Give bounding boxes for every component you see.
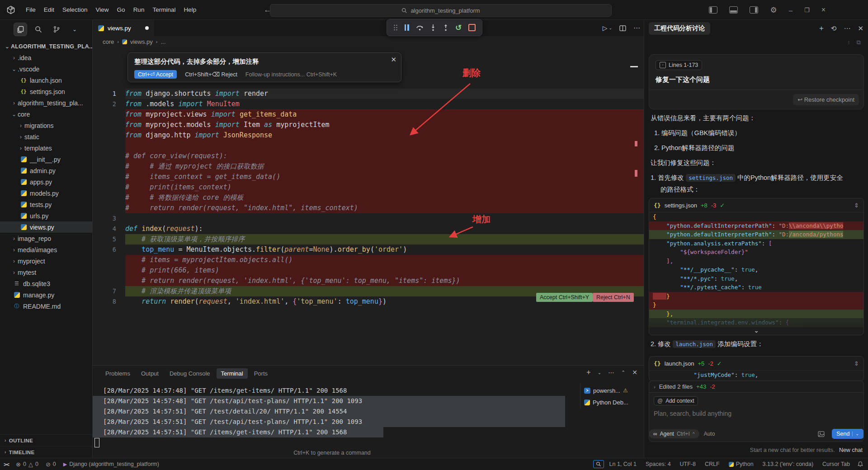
panel-tab-problems[interactable]: Problems — [101, 368, 135, 379]
command-center-search[interactable]: algorithm_testing_platform — [270, 4, 612, 17]
code-line-6[interactable]: 6 top_menu = MenuItem.objects.filter(par… — [93, 244, 644, 255]
tree-file-views.py[interactable]: views.py — [0, 221, 92, 233]
code-line-diff[interactable] — [93, 141, 644, 151]
code-line-diff[interactable]: # print(items_context) — [93, 182, 644, 193]
run-config[interactable]: ▶ Django (algorithm_testing_platform) — [60, 458, 163, 470]
notifications-bell-icon[interactable] — [857, 461, 863, 467]
new-chat-link[interactable]: New chat — [839, 447, 863, 453]
panel-tab-terminal[interactable]: Terminal — [217, 368, 248, 379]
add-context-chip[interactable]: @Add context — [654, 396, 698, 405]
agent-mode-selector[interactable]: ∞ Agent Ctrl+I ^ — [649, 429, 699, 438]
window-close-icon[interactable]: × — [821, 6, 826, 14]
menu-terminal[interactable]: Terminal — [148, 5, 179, 15]
tree-folder-algorithm_testing_pla...[interactable]: ›algorithm_testing_pla... — [0, 97, 92, 108]
panel-more-actions-icon[interactable]: ⋯ — [608, 369, 614, 376]
code-line-diff[interactable]: # def core_view(request): — [93, 151, 644, 161]
tree-file-models.py[interactable]: models.py — [0, 188, 92, 199]
diff-file-name[interactable]: settings.json — [665, 202, 697, 209]
tree-folder-myproject[interactable]: ›myproject — [0, 255, 92, 267]
inline-chat-close-icon[interactable]: ✕ — [391, 56, 396, 64]
tree-file-apps.py[interactable]: apps.py — [0, 176, 92, 188]
tree-folder-core[interactable]: ⌄core — [0, 108, 92, 120]
edited-files-bar[interactable]: › Edited 2 files +43 -2 — [649, 381, 864, 392]
tree-folder-algorithm_testing_pla...[interactable]: ⌄ALGORITHM_TESTING_PLA... — [0, 41, 92, 52]
explorer-icon[interactable] — [14, 23, 27, 36]
eol-sequence[interactable]: CRLF — [701, 461, 723, 467]
tree-folder-mytest[interactable]: ›mytest — [0, 267, 92, 278]
code-line-diff[interactable]: # items_context = get_items_data() — [93, 172, 644, 182]
menu-help[interactable]: Help — [179, 5, 200, 15]
terminal-dropdown-chevron-icon[interactable]: ⌄ — [598, 370, 601, 375]
menu-file[interactable]: File — [22, 5, 40, 15]
code-line-3[interactable]: 3 — [93, 213, 644, 224]
tab-views-py[interactable]: views.py — [93, 20, 154, 36]
inline-followup-input[interactable]: Follow-up instructions... Ctrl+Shift+K — [245, 71, 337, 78]
tree-folder-migrations[interactable]: ›migrations — [0, 120, 92, 131]
debug-step-into-icon[interactable] — [430, 24, 436, 31]
inline-accept-button[interactable]: Ctrl+⏎ Accept — [134, 70, 177, 79]
language-mode[interactable]: Python — [725, 461, 757, 467]
code-line-5[interactable]: 5 # 获取顶级菜单项，并按顺序排序 — [93, 234, 644, 244]
source-control-icon[interactable] — [50, 23, 63, 36]
run-python-file-button[interactable]: ▷⌄ — [603, 24, 612, 32]
menu-go[interactable]: Go — [113, 5, 129, 15]
tree-folder-templates[interactable]: ›templates — [0, 142, 92, 154]
debug-restart-icon[interactable]: ↺ — [455, 23, 462, 33]
python-interpreter[interactable]: 3.13.2 ('env': conda) — [759, 461, 817, 467]
menu-view[interactable]: View — [92, 5, 113, 15]
tree-file-urls.py[interactable]: urls.py — [0, 210, 92, 221]
image-icon[interactable] — [818, 431, 825, 437]
chat-close-icon[interactable]: ✕ — [858, 24, 863, 33]
debug-step-out-icon[interactable] — [443, 24, 448, 31]
terminal-instance-pythondeb[interactable]: Python Deb... — [580, 396, 644, 408]
code-line-diff[interactable]: # # 将数据传递给 core 的模板 — [93, 193, 644, 203]
tree-file-tests.py[interactable]: tests.py — [0, 199, 92, 210]
restore-checkpoint-button[interactable]: ↩ Restore checkpoint — [793, 94, 859, 105]
toggle-left-sidebar-icon[interactable] — [709, 6, 717, 14]
search-view-icon[interactable] — [32, 23, 45, 36]
debug-step-over-icon[interactable] — [416, 24, 424, 31]
code-line-2[interactable]: 2from .models import MenuItem — [93, 99, 644, 109]
code-line-diff[interactable]: # print(666, items) — [93, 265, 644, 276]
terminal-output[interactable]: [28/Mar/2025 14:57:48] "GET /items/get-i… — [93, 385, 565, 437]
code-editor[interactable]: 1from django.shortcuts import render2fro… — [93, 47, 644, 365]
split-editor-icon[interactable] — [619, 25, 626, 31]
tree-folder-media-images[interactable]: ›media\images — [0, 244, 92, 255]
code-line-diff[interactable]: # return render(request, "index.html", i… — [93, 203, 644, 213]
tree-folder-image_repo[interactable]: ›image_repo — [0, 233, 92, 244]
window-restore-icon[interactable]: ❐ — [804, 7, 810, 14]
context-chip[interactable]: › Lines 1-173 — [656, 60, 702, 70]
chat-more-icon[interactable]: ⋯ — [844, 24, 850, 33]
scroll-top-icon[interactable]: ↑ — [847, 39, 850, 46]
more-views-chevron-icon[interactable]: ⌄ — [68, 23, 81, 36]
settings-gear-icon[interactable]: ⚙ — [770, 5, 777, 15]
panel-tab-debug-console[interactable]: Debug Console — [165, 368, 215, 379]
panel-maximize-icon[interactable]: ⌃ — [621, 370, 625, 376]
menu-selection[interactable]: Selection — [58, 5, 92, 15]
tree-folder-.vscode[interactable]: ⌄.vscode — [0, 63, 92, 75]
code-line-diff[interactable]: # return render(request, 'index.html', {… — [93, 276, 644, 286]
toggle-bottom-panel-icon[interactable] — [729, 6, 738, 14]
encoding[interactable]: UTF-8 — [676, 461, 699, 467]
editor-more-actions-icon[interactable]: ⋯ — [633, 24, 640, 32]
cursor-tab-toggle[interactable]: Cursor Tab — [819, 461, 854, 467]
tree-file-admin.py[interactable]: admin.py — [0, 165, 92, 176]
ports-badge[interactable]: ⊘0 — [42, 458, 60, 470]
tree-file-db.sqlite3[interactable]: ☰db.sqlite3 — [0, 278, 92, 289]
code-line-diff[interactable]: from myproject.models import Item as myp… — [93, 120, 644, 130]
indentation[interactable]: Spaces: 4 — [642, 461, 675, 467]
inline-reject-button[interactable]: Ctrl+Shift+⌫ Reject — [185, 71, 237, 78]
diff-reject-button[interactable]: Reject Ctrl+N — [593, 293, 634, 302]
toggle-right-sidebar-icon[interactable] — [750, 6, 758, 14]
breadcrumb[interactable]: core› views.py› ... — [93, 36, 644, 47]
remote-indicator[interactable]: >< — [0, 458, 12, 470]
outline-section[interactable]: ›OUTLINE — [0, 434, 92, 446]
window-minimize-icon[interactable]: – — [789, 6, 793, 14]
code-line-4[interactable]: 4def index(request): — [93, 224, 644, 234]
menu-run[interactable]: Run — [129, 5, 149, 15]
drag-handle-icon[interactable] — [393, 24, 398, 31]
terminal-instance-powersh[interactable]: >powersh... ⚠ — [580, 385, 644, 396]
panel-close-icon[interactable]: ✕ — [632, 369, 637, 376]
menu-edit[interactable]: Edit — [40, 5, 58, 15]
chat-tab[interactable]: 工程代码分析讨论 — [649, 22, 710, 35]
